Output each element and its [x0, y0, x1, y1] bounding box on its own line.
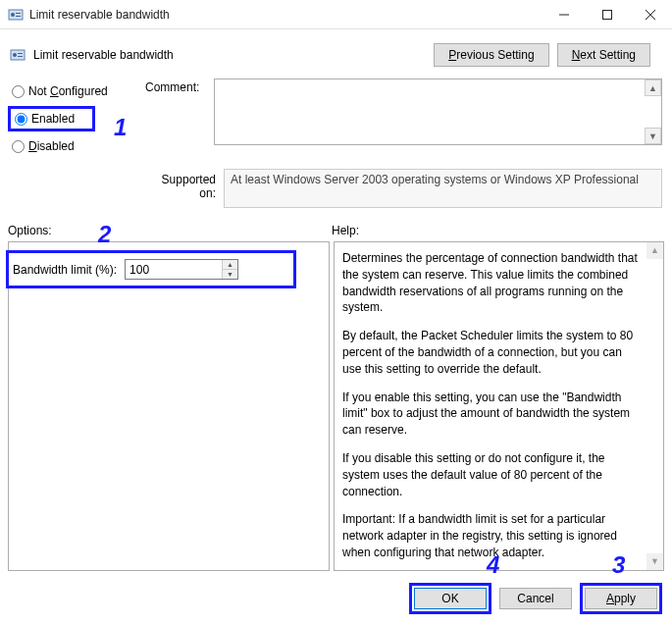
window-title: Limit reservable bandwidth: [24, 8, 543, 22]
radio-enabled-input[interactable]: [15, 113, 27, 126]
spinner-up-button[interactable]: ▲: [223, 260, 237, 270]
state-radio-group: Not Configured Enabled Disabled: [8, 78, 145, 159]
radio-not-configured-input[interactable]: [12, 85, 25, 98]
help-paragraph: Determines the percentage of connection …: [342, 250, 640, 316]
supported-on-text: At least Windows Server 2003 operating s…: [224, 169, 662, 208]
supported-on-label: Supported on:: [145, 169, 224, 208]
policy-icon: [8, 7, 24, 23]
policy-title: Limit reservable bandwidth: [33, 48, 434, 62]
annotation-highlight-1: Enabled: [8, 106, 95, 131]
scroll-down-icon: ▼: [646, 553, 663, 570]
comment-box: ▲ ▼: [214, 78, 662, 145]
cancel-button[interactable]: Cancel: [499, 588, 572, 609]
policy-icon: [10, 47, 26, 63]
options-section-label: Options:: [8, 224, 332, 237]
radio-not-configured-label: Not Configured: [28, 84, 108, 98]
scroll-up-icon: ▲: [646, 242, 663, 259]
svg-rect-2: [16, 13, 21, 14]
radio-not-configured[interactable]: Not Configured: [10, 78, 145, 104]
scroll-down-icon[interactable]: ▼: [645, 128, 661, 144]
svg-point-9: [13, 53, 17, 57]
comment-textarea[interactable]: [215, 79, 645, 144]
svg-rect-10: [18, 53, 23, 54]
previous-setting-button[interactable]: Previous Setting: [434, 43, 548, 67]
options-panel: Bandwidth limit (%): ▲ ▼: [8, 241, 330, 571]
help-paragraph: If you enable this setting, you can use …: [342, 390, 640, 439]
annotation-highlight-3: Apply: [580, 583, 662, 614]
svg-rect-11: [18, 56, 23, 57]
bandwidth-limit-spinner[interactable]: ▲ ▼: [125, 259, 238, 280]
apply-button[interactable]: Apply: [585, 588, 657, 609]
close-button[interactable]: [629, 1, 672, 28]
comment-label: Comment:: [145, 78, 214, 159]
scroll-up-icon[interactable]: ▲: [645, 79, 661, 96]
annotation-highlight-2: Bandwidth limit (%): ▲ ▼: [6, 250, 296, 288]
radio-disabled-input[interactable]: [12, 140, 25, 153]
help-paragraph: If you disable this setting or do not co…: [342, 450, 640, 499]
radio-disabled-label: Disabled: [28, 139, 75, 153]
help-paragraph: By default, the Packet Scheduler limits …: [342, 328, 640, 377]
titlebar: Limit reservable bandwidth: [0, 0, 672, 29]
radio-disabled[interactable]: Disabled: [10, 133, 145, 159]
svg-rect-3: [16, 16, 21, 17]
bandwidth-limit-input[interactable]: [126, 260, 222, 279]
spinner-down-button[interactable]: ▼: [223, 270, 237, 280]
help-paragraph: Important: If a bandwidth limit is set f…: [342, 511, 640, 560]
bandwidth-limit-label: Bandwidth limit (%):: [13, 263, 117, 277]
maximize-button[interactable]: [586, 1, 629, 28]
minimize-button[interactable]: [543, 1, 586, 28]
help-section-label: Help:: [332, 224, 662, 237]
dialog-footer: OK Cancel Apply: [0, 571, 672, 614]
annotation-highlight-4: OK: [409, 583, 491, 614]
svg-rect-5: [603, 10, 612, 19]
svg-point-1: [11, 13, 15, 17]
next-setting-button[interactable]: Next Setting: [557, 43, 650, 67]
header: Limit reservable bandwidth Previous Sett…: [0, 29, 672, 73]
ok-button[interactable]: OK: [414, 588, 487, 609]
radio-enabled-label: Enabled: [31, 112, 75, 126]
help-panel: Determines the percentage of connection …: [334, 241, 664, 571]
